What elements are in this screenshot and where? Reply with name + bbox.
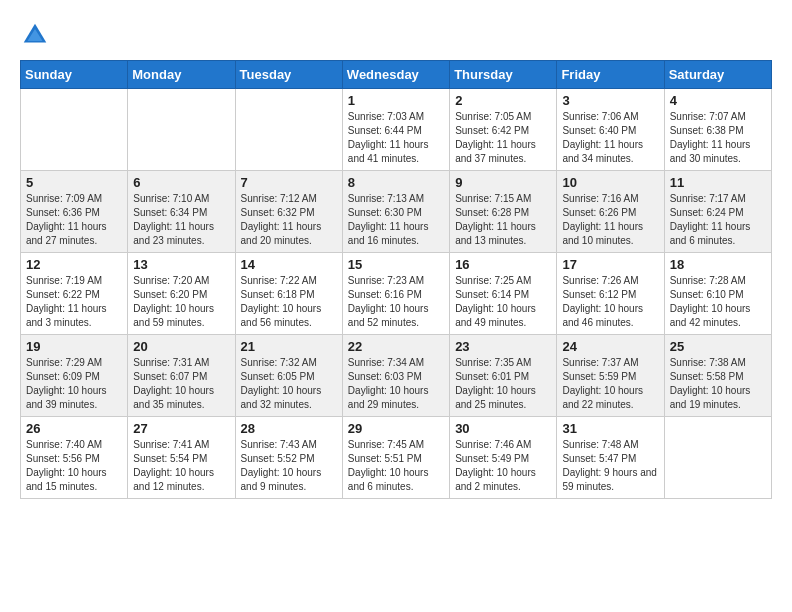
day-info: Sunrise: 7:19 AM Sunset: 6:22 PM Dayligh… bbox=[26, 274, 122, 330]
day-info: Sunrise: 7:25 AM Sunset: 6:14 PM Dayligh… bbox=[455, 274, 551, 330]
day-number: 26 bbox=[26, 421, 122, 436]
logo bbox=[20, 20, 54, 50]
day-info: Sunrise: 7:07 AM Sunset: 6:38 PM Dayligh… bbox=[670, 110, 766, 166]
day-number: 10 bbox=[562, 175, 658, 190]
day-number: 4 bbox=[670, 93, 766, 108]
calendar-day-13: 13Sunrise: 7:20 AM Sunset: 6:20 PM Dayli… bbox=[128, 253, 235, 335]
day-number: 19 bbox=[26, 339, 122, 354]
day-info: Sunrise: 7:28 AM Sunset: 6:10 PM Dayligh… bbox=[670, 274, 766, 330]
day-number: 17 bbox=[562, 257, 658, 272]
day-number: 27 bbox=[133, 421, 229, 436]
weekday-header-row: SundayMondayTuesdayWednesdayThursdayFrid… bbox=[21, 61, 772, 89]
calendar-week-row: 1Sunrise: 7:03 AM Sunset: 6:44 PM Daylig… bbox=[21, 89, 772, 171]
calendar-day-26: 26Sunrise: 7:40 AM Sunset: 5:56 PM Dayli… bbox=[21, 417, 128, 499]
calendar-day-19: 19Sunrise: 7:29 AM Sunset: 6:09 PM Dayli… bbox=[21, 335, 128, 417]
calendar-day-25: 25Sunrise: 7:38 AM Sunset: 5:58 PM Dayli… bbox=[664, 335, 771, 417]
day-info: Sunrise: 7:29 AM Sunset: 6:09 PM Dayligh… bbox=[26, 356, 122, 412]
calendar-day-24: 24Sunrise: 7:37 AM Sunset: 5:59 PM Dayli… bbox=[557, 335, 664, 417]
calendar-day-10: 10Sunrise: 7:16 AM Sunset: 6:26 PM Dayli… bbox=[557, 171, 664, 253]
page-header bbox=[20, 20, 772, 50]
calendar-day-12: 12Sunrise: 7:19 AM Sunset: 6:22 PM Dayli… bbox=[21, 253, 128, 335]
calendar-table: SundayMondayTuesdayWednesdayThursdayFrid… bbox=[20, 60, 772, 499]
calendar-day-7: 7Sunrise: 7:12 AM Sunset: 6:32 PM Daylig… bbox=[235, 171, 342, 253]
day-number: 31 bbox=[562, 421, 658, 436]
day-info: Sunrise: 7:23 AM Sunset: 6:16 PM Dayligh… bbox=[348, 274, 444, 330]
day-number: 29 bbox=[348, 421, 444, 436]
empty-cell bbox=[21, 89, 128, 171]
calendar-week-row: 5Sunrise: 7:09 AM Sunset: 6:36 PM Daylig… bbox=[21, 171, 772, 253]
day-number: 5 bbox=[26, 175, 122, 190]
day-number: 14 bbox=[241, 257, 337, 272]
calendar-day-5: 5Sunrise: 7:09 AM Sunset: 6:36 PM Daylig… bbox=[21, 171, 128, 253]
calendar-day-3: 3Sunrise: 7:06 AM Sunset: 6:40 PM Daylig… bbox=[557, 89, 664, 171]
day-info: Sunrise: 7:37 AM Sunset: 5:59 PM Dayligh… bbox=[562, 356, 658, 412]
day-info: Sunrise: 7:12 AM Sunset: 6:32 PM Dayligh… bbox=[241, 192, 337, 248]
day-number: 13 bbox=[133, 257, 229, 272]
calendar-day-23: 23Sunrise: 7:35 AM Sunset: 6:01 PM Dayli… bbox=[450, 335, 557, 417]
calendar-week-row: 26Sunrise: 7:40 AM Sunset: 5:56 PM Dayli… bbox=[21, 417, 772, 499]
calendar-day-1: 1Sunrise: 7:03 AM Sunset: 6:44 PM Daylig… bbox=[342, 89, 449, 171]
calendar-day-15: 15Sunrise: 7:23 AM Sunset: 6:16 PM Dayli… bbox=[342, 253, 449, 335]
day-number: 2 bbox=[455, 93, 551, 108]
day-info: Sunrise: 7:31 AM Sunset: 6:07 PM Dayligh… bbox=[133, 356, 229, 412]
day-number: 20 bbox=[133, 339, 229, 354]
calendar-week-row: 12Sunrise: 7:19 AM Sunset: 6:22 PM Dayli… bbox=[21, 253, 772, 335]
day-number: 30 bbox=[455, 421, 551, 436]
calendar-week-row: 19Sunrise: 7:29 AM Sunset: 6:09 PM Dayli… bbox=[21, 335, 772, 417]
day-number: 1 bbox=[348, 93, 444, 108]
calendar-day-22: 22Sunrise: 7:34 AM Sunset: 6:03 PM Dayli… bbox=[342, 335, 449, 417]
day-info: Sunrise: 7:26 AM Sunset: 6:12 PM Dayligh… bbox=[562, 274, 658, 330]
weekday-header-saturday: Saturday bbox=[664, 61, 771, 89]
weekday-header-sunday: Sunday bbox=[21, 61, 128, 89]
calendar-day-16: 16Sunrise: 7:25 AM Sunset: 6:14 PM Dayli… bbox=[450, 253, 557, 335]
calendar-day-4: 4Sunrise: 7:07 AM Sunset: 6:38 PM Daylig… bbox=[664, 89, 771, 171]
calendar-day-27: 27Sunrise: 7:41 AM Sunset: 5:54 PM Dayli… bbox=[128, 417, 235, 499]
day-info: Sunrise: 7:48 AM Sunset: 5:47 PM Dayligh… bbox=[562, 438, 658, 494]
day-number: 15 bbox=[348, 257, 444, 272]
weekday-header-friday: Friday bbox=[557, 61, 664, 89]
empty-cell bbox=[664, 417, 771, 499]
calendar-day-20: 20Sunrise: 7:31 AM Sunset: 6:07 PM Dayli… bbox=[128, 335, 235, 417]
calendar-day-6: 6Sunrise: 7:10 AM Sunset: 6:34 PM Daylig… bbox=[128, 171, 235, 253]
day-info: Sunrise: 7:22 AM Sunset: 6:18 PM Dayligh… bbox=[241, 274, 337, 330]
day-info: Sunrise: 7:20 AM Sunset: 6:20 PM Dayligh… bbox=[133, 274, 229, 330]
day-number: 7 bbox=[241, 175, 337, 190]
day-number: 3 bbox=[562, 93, 658, 108]
day-info: Sunrise: 7:10 AM Sunset: 6:34 PM Dayligh… bbox=[133, 192, 229, 248]
day-info: Sunrise: 7:03 AM Sunset: 6:44 PM Dayligh… bbox=[348, 110, 444, 166]
day-info: Sunrise: 7:41 AM Sunset: 5:54 PM Dayligh… bbox=[133, 438, 229, 494]
day-number: 8 bbox=[348, 175, 444, 190]
calendar-day-31: 31Sunrise: 7:48 AM Sunset: 5:47 PM Dayli… bbox=[557, 417, 664, 499]
day-number: 28 bbox=[241, 421, 337, 436]
day-number: 22 bbox=[348, 339, 444, 354]
calendar-day-18: 18Sunrise: 7:28 AM Sunset: 6:10 PM Dayli… bbox=[664, 253, 771, 335]
calendar-day-11: 11Sunrise: 7:17 AM Sunset: 6:24 PM Dayli… bbox=[664, 171, 771, 253]
day-info: Sunrise: 7:35 AM Sunset: 6:01 PM Dayligh… bbox=[455, 356, 551, 412]
weekday-header-tuesday: Tuesday bbox=[235, 61, 342, 89]
day-info: Sunrise: 7:06 AM Sunset: 6:40 PM Dayligh… bbox=[562, 110, 658, 166]
day-info: Sunrise: 7:38 AM Sunset: 5:58 PM Dayligh… bbox=[670, 356, 766, 412]
day-number: 23 bbox=[455, 339, 551, 354]
calendar-day-17: 17Sunrise: 7:26 AM Sunset: 6:12 PM Dayli… bbox=[557, 253, 664, 335]
weekday-header-wednesday: Wednesday bbox=[342, 61, 449, 89]
day-number: 18 bbox=[670, 257, 766, 272]
day-number: 16 bbox=[455, 257, 551, 272]
day-info: Sunrise: 7:40 AM Sunset: 5:56 PM Dayligh… bbox=[26, 438, 122, 494]
day-number: 25 bbox=[670, 339, 766, 354]
day-info: Sunrise: 7:17 AM Sunset: 6:24 PM Dayligh… bbox=[670, 192, 766, 248]
empty-cell bbox=[235, 89, 342, 171]
calendar-day-14: 14Sunrise: 7:22 AM Sunset: 6:18 PM Dayli… bbox=[235, 253, 342, 335]
empty-cell bbox=[128, 89, 235, 171]
calendar-day-9: 9Sunrise: 7:15 AM Sunset: 6:28 PM Daylig… bbox=[450, 171, 557, 253]
day-info: Sunrise: 7:32 AM Sunset: 6:05 PM Dayligh… bbox=[241, 356, 337, 412]
calendar-day-29: 29Sunrise: 7:45 AM Sunset: 5:51 PM Dayli… bbox=[342, 417, 449, 499]
day-number: 24 bbox=[562, 339, 658, 354]
day-number: 11 bbox=[670, 175, 766, 190]
day-info: Sunrise: 7:16 AM Sunset: 6:26 PM Dayligh… bbox=[562, 192, 658, 248]
weekday-header-thursday: Thursday bbox=[450, 61, 557, 89]
day-number: 6 bbox=[133, 175, 229, 190]
day-info: Sunrise: 7:05 AM Sunset: 6:42 PM Dayligh… bbox=[455, 110, 551, 166]
day-number: 9 bbox=[455, 175, 551, 190]
calendar-day-21: 21Sunrise: 7:32 AM Sunset: 6:05 PM Dayli… bbox=[235, 335, 342, 417]
calendar-day-28: 28Sunrise: 7:43 AM Sunset: 5:52 PM Dayli… bbox=[235, 417, 342, 499]
